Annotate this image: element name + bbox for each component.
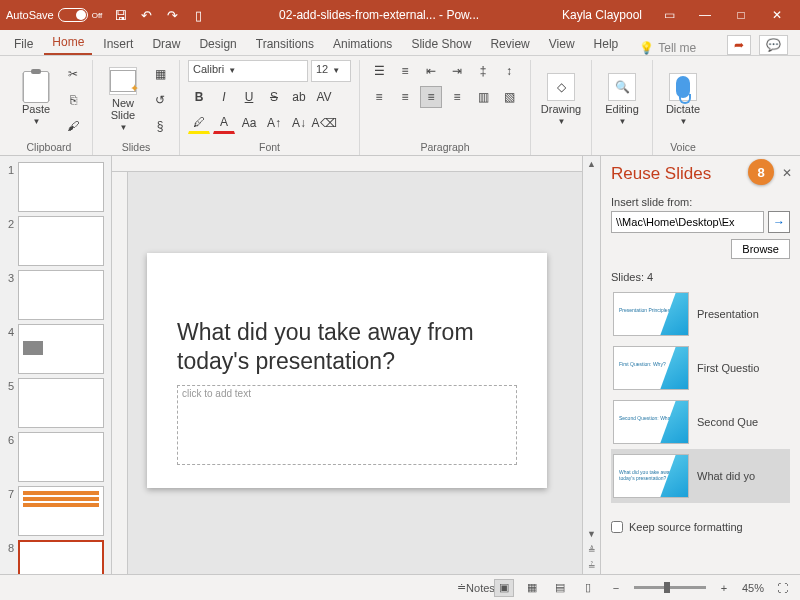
columns-button[interactable]: ▥ — [472, 86, 494, 108]
clear-format-button[interactable]: A⌫ — [313, 112, 335, 134]
smartart-button[interactable]: ▧ — [498, 86, 520, 108]
align-left-button[interactable]: ≡ — [368, 86, 390, 108]
autosave-toggle[interactable]: AutoSave Off — [6, 8, 102, 22]
thumb-5[interactable] — [18, 378, 104, 428]
shrink-font-button[interactable]: A↓ — [288, 112, 310, 134]
bold-button[interactable]: B — [188, 86, 210, 108]
start-from-beginning-icon[interactable]: ▯ — [190, 7, 206, 23]
tab-design[interactable]: Design — [191, 33, 244, 55]
copy-icon[interactable]: ⎘ — [62, 89, 84, 111]
redo-icon[interactable]: ↷ — [164, 7, 180, 23]
zoom-out-icon[interactable]: − — [606, 579, 626, 597]
thumb-8[interactable] — [18, 540, 104, 574]
reset-icon[interactable]: ↺ — [149, 89, 171, 111]
go-arrow-icon[interactable]: → — [768, 211, 790, 233]
reuse-item[interactable]: Second Question: What?Second Que — [611, 395, 790, 449]
slide-body-placeholder[interactable]: click to add text — [177, 385, 517, 465]
grow-font-button[interactable]: A↑ — [263, 112, 285, 134]
cut-icon[interactable]: ✂ — [62, 63, 84, 85]
reading-view-icon[interactable]: ▤ — [550, 579, 570, 597]
font-size-select[interactable]: 12 ▼ — [311, 60, 351, 82]
slide-editor[interactable]: What did you take away from today's pres… — [147, 253, 547, 488]
editing-button[interactable]: 🔍 Editing ▼ — [600, 73, 644, 126]
maximize-icon[interactable]: □ — [724, 0, 758, 30]
browse-button[interactable]: Browse — [731, 239, 790, 259]
align-center-button[interactable]: ≡ — [394, 86, 416, 108]
slide-thumbnails[interactable]: 1 2 3 4 5 6 7 8 9 — [0, 156, 112, 574]
tab-draw[interactable]: Draw — [144, 33, 188, 55]
prev-slide-icon[interactable]: ≜ — [583, 542, 600, 558]
tab-review[interactable]: Review — [482, 33, 537, 55]
indent-right-button[interactable]: ⇥ — [446, 60, 468, 82]
tab-view[interactable]: View — [541, 33, 583, 55]
format-painter-icon[interactable]: 🖌 — [62, 115, 84, 137]
vertical-scrollbar[interactable]: ▲ ▼ ≜ ≟ — [582, 156, 600, 574]
strike-button[interactable]: S — [263, 86, 285, 108]
thumb-7[interactable] — [18, 486, 104, 536]
underline-button[interactable]: U — [238, 86, 260, 108]
thumb-6[interactable] — [18, 432, 104, 482]
tab-slideshow[interactable]: Slide Show — [403, 33, 479, 55]
numbering-button[interactable]: ≡ — [394, 60, 416, 82]
align-right-button[interactable]: ≡ — [420, 86, 442, 108]
highlight-button[interactable]: 🖊 — [188, 112, 210, 134]
shadow-button[interactable]: ab — [288, 86, 310, 108]
close-icon[interactable]: ✕ — [760, 0, 794, 30]
ribbon-options-icon[interactable]: ▭ — [652, 0, 686, 30]
spacing-button[interactable]: AV — [313, 86, 335, 108]
zoom-level[interactable]: 45% — [742, 582, 764, 594]
italic-button[interactable]: I — [213, 86, 235, 108]
reuse-item[interactable]: First Question: Why?First Questio — [611, 341, 790, 395]
scroll-up-icon[interactable]: ▲ — [583, 156, 600, 172]
next-slide-icon[interactable]: ≟ — [583, 558, 600, 574]
slide-title[interactable]: What did you take away from today's pres… — [177, 318, 517, 378]
minimize-icon[interactable]: — — [688, 0, 722, 30]
line-spacing-button[interactable]: ‡ — [472, 60, 494, 82]
close-pane-icon[interactable]: ✕ — [782, 166, 792, 180]
comments-button[interactable]: 💬 — [759, 35, 788, 55]
new-slide-button[interactable]: New Slide ▼ — [101, 67, 145, 132]
tab-transitions[interactable]: Transitions — [248, 33, 322, 55]
zoom-in-icon[interactable]: + — [714, 579, 734, 597]
sorter-view-icon[interactable]: ▦ — [522, 579, 542, 597]
user-name[interactable]: Kayla Claypool — [562, 8, 642, 22]
bullets-button[interactable]: ☰ — [368, 60, 390, 82]
toggle-icon — [58, 8, 88, 22]
tab-animations[interactable]: Animations — [325, 33, 400, 55]
tab-file[interactable]: File — [6, 33, 41, 55]
clipboard-icon — [22, 73, 50, 101]
undo-icon[interactable]: ↶ — [138, 7, 154, 23]
dictate-button[interactable]: Dictate ▼ — [661, 73, 705, 126]
reuse-item[interactable]: What did you take away from today's pres… — [611, 449, 790, 503]
reuse-item[interactable]: Presentation PrinciplesPresentation — [611, 287, 790, 341]
paste-button[interactable]: Paste ▼ — [14, 73, 58, 126]
font-color-button[interactable]: A — [213, 112, 235, 134]
drawing-button[interactable]: ◇ Drawing ▼ — [539, 73, 583, 126]
indent-left-button[interactable]: ⇤ — [420, 60, 442, 82]
zoom-slider[interactable] — [634, 586, 706, 589]
thumb-3[interactable] — [18, 270, 104, 320]
tab-insert[interactable]: Insert — [95, 33, 141, 55]
tab-help[interactable]: Help — [586, 33, 627, 55]
fit-to-window-icon[interactable]: ⛶ — [772, 579, 792, 597]
keep-format-checkbox[interactable] — [611, 521, 623, 533]
justify-button[interactable]: ≡ — [446, 86, 468, 108]
path-input[interactable] — [611, 211, 764, 233]
tell-me-search[interactable]: 💡 Tell me — [639, 41, 696, 55]
slideshow-view-icon[interactable]: ▯ — [578, 579, 598, 597]
notes-button[interactable]: ≐ Notes — [466, 579, 486, 597]
tab-home[interactable]: Home — [44, 31, 92, 55]
normal-view-icon[interactable]: ▣ — [494, 579, 514, 597]
font-name-select[interactable]: Calibri ▼ — [188, 60, 308, 82]
thumb-4[interactable] — [18, 324, 104, 374]
section-icon[interactable]: § — [149, 115, 171, 137]
thumb-2[interactable] — [18, 216, 104, 266]
text-direction-button[interactable]: ↕ — [498, 60, 520, 82]
change-case-button[interactable]: Aa — [238, 112, 260, 134]
keep-source-formatting[interactable]: Keep source formatting — [611, 521, 790, 533]
thumb-1[interactable] — [18, 162, 104, 212]
layout-icon[interactable]: ▦ — [149, 63, 171, 85]
scroll-down-icon[interactable]: ▼ — [583, 526, 600, 542]
share-button[interactable]: ➦ — [727, 35, 751, 55]
save-icon[interactable]: 🖫 — [112, 7, 128, 23]
